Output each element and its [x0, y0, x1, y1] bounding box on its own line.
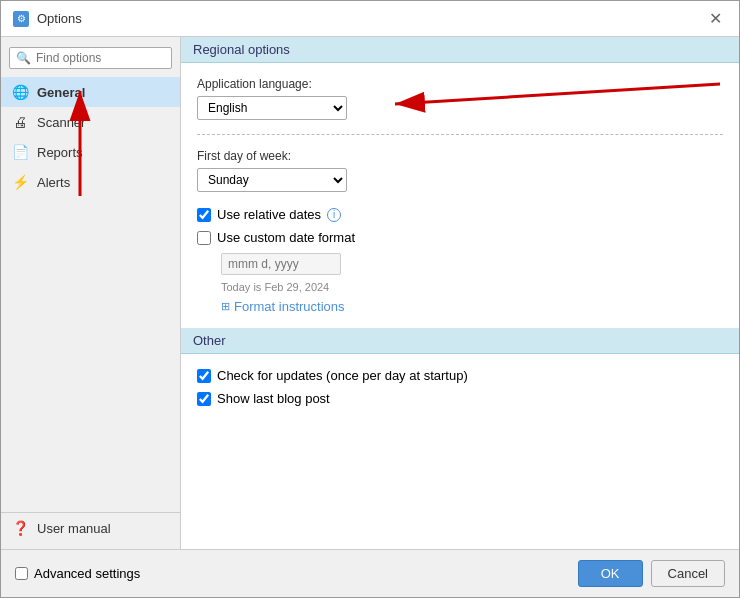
sidebar: 🔍 🌐 General 🖨 Scanner 📄 Reports ⚡ — [1, 37, 181, 549]
divider — [197, 134, 723, 135]
cancel-button[interactable]: Cancel — [651, 560, 725, 587]
language-select[interactable]: English French German Spanish — [197, 96, 347, 120]
info-icon[interactable]: i — [327, 208, 341, 222]
relative-dates-row: Use relative dates i — [197, 207, 723, 222]
relative-dates-checkbox[interactable] — [197, 208, 211, 222]
week-select[interactable]: Sunday Monday — [197, 168, 347, 192]
advanced-settings-label: Advanced settings — [34, 566, 140, 581]
custom-date-label: Use custom date format — [217, 230, 355, 245]
advanced-settings-checkbox[interactable] — [15, 567, 28, 580]
main-content: Regional options Application language: E… — [181, 37, 739, 549]
custom-date-row: Use custom date format — [197, 230, 723, 245]
scanner-icon: 🖨 — [11, 113, 29, 131]
close-button[interactable]: ✕ — [703, 7, 727, 31]
reports-icon: 📄 — [11, 143, 29, 161]
user-manual-icon: ❓ — [11, 519, 29, 537]
check-updates-checkbox[interactable] — [197, 369, 211, 383]
alerts-icon: ⚡ — [11, 173, 29, 191]
sidebar-label-reports: Reports — [37, 145, 83, 160]
ok-button[interactable]: OK — [578, 560, 643, 587]
title-bar: ⚙ Options ✕ — [1, 1, 739, 37]
footer-left: Advanced settings — [15, 566, 140, 581]
dialog-footer: Advanced settings OK Cancel — [1, 549, 739, 597]
format-instructions-link[interactable]: ⊞ Format instructions — [221, 299, 723, 314]
general-icon: 🌐 — [11, 83, 29, 101]
sidebar-label-alerts: Alerts — [37, 175, 70, 190]
sidebar-item-alerts[interactable]: ⚡ Alerts — [1, 167, 180, 197]
search-box[interactable]: 🔍 — [9, 47, 172, 69]
regional-options-header: Regional options — [181, 37, 739, 63]
sidebar-item-scanner[interactable]: 🖨 Scanner — [1, 107, 180, 137]
other-section-header: Other — [181, 328, 739, 354]
show-blog-checkbox[interactable] — [197, 392, 211, 406]
dialog-body: 🔍 🌐 General 🖨 Scanner 📄 Reports ⚡ — [1, 37, 739, 549]
expand-icon: ⊞ — [221, 300, 230, 313]
dialog-title: Options — [37, 11, 82, 26]
week-label: First day of week: — [197, 149, 723, 163]
show-blog-label: Show last blog post — [217, 391, 330, 406]
sidebar-item-reports[interactable]: 📄 Reports — [1, 137, 180, 167]
search-icon: 🔍 — [16, 51, 31, 65]
search-input[interactable] — [36, 51, 165, 65]
footer-buttons: OK Cancel — [578, 560, 725, 587]
check-updates-row: Check for updates (once per day at start… — [197, 368, 723, 383]
other-section-body: Check for updates (once per day at start… — [181, 354, 739, 428]
date-format-input[interactable] — [221, 253, 341, 275]
relative-dates-label: Use relative dates — [217, 207, 321, 222]
show-blog-row: Show last blog post — [197, 391, 723, 406]
dialog-icon: ⚙ — [13, 11, 29, 27]
date-hint: Today is Feb 29, 2024 — [221, 281, 699, 293]
format-instructions-label: Format instructions — [234, 299, 345, 314]
custom-date-checkbox[interactable] — [197, 231, 211, 245]
sidebar-item-user-manual[interactable]: ❓ User manual — [1, 513, 180, 543]
sidebar-label-user-manual: User manual — [37, 521, 111, 536]
regional-options-body: Application language: English French Ger… — [181, 63, 739, 328]
sidebar-item-general[interactable]: 🌐 General — [1, 77, 180, 107]
language-label: Application language: — [197, 77, 723, 91]
sidebar-label-general: General — [37, 85, 85, 100]
sidebar-bottom: ❓ User manual — [1, 512, 180, 543]
check-updates-label: Check for updates (once per day at start… — [217, 368, 468, 383]
sidebar-label-scanner: Scanner — [37, 115, 85, 130]
